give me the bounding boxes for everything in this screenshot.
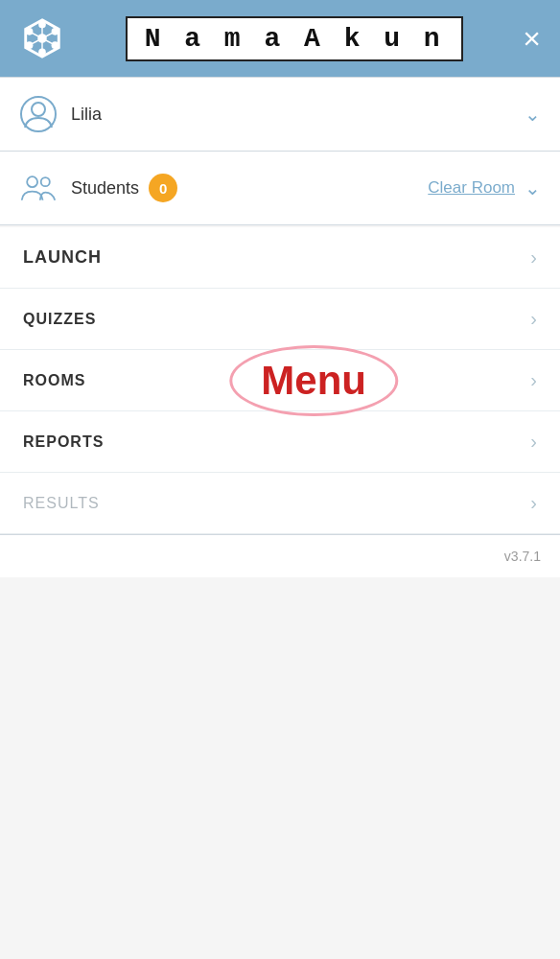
version-text: v3.7.1 — [504, 549, 541, 564]
svg-point-17 — [41, 177, 50, 186]
version-info: v3.7.1 — [0, 535, 560, 577]
students-group-icon — [19, 169, 58, 207]
students-label: Students — [71, 178, 139, 199]
menu-label-results: RESULTS — [23, 495, 100, 512]
chevron-right-icon: › — [530, 492, 537, 514]
menu-label-launch: LAUNCH — [23, 247, 102, 268]
chevron-down-icon: ⌄ — [525, 176, 541, 199]
app-header: N a m a A k u n × — [0, 0, 560, 77]
menu-item-launch[interactable]: LAUNCH › — [0, 227, 560, 289]
chevron-down-icon: ⌄ — [525, 103, 541, 126]
menu-section: LAUNCH › QUIZZES › ROOMS › REPORTS › RES… — [0, 227, 560, 534]
menu-item-rooms[interactable]: ROOMS › — [0, 350, 560, 411]
menu-item-results[interactable]: RESULTS › — [0, 473, 560, 534]
svg-point-16 — [27, 176, 37, 187]
user-avatar-icon — [19, 95, 58, 133]
svg-point-15 — [32, 103, 45, 116]
account-name: Lilia — [71, 105, 525, 125]
menu-item-reports[interactable]: REPORTS › — [0, 411, 560, 473]
students-divider — [0, 224, 560, 225]
close-button[interactable]: × — [523, 23, 541, 54]
chevron-right-icon: › — [530, 246, 537, 269]
menu-item-quizzes[interactable]: QUIZZES › — [0, 289, 560, 350]
students-count-badge: 0 — [149, 174, 177, 202]
app-title: N a m a A k u n — [126, 16, 463, 61]
chevron-right-icon: › — [530, 431, 537, 453]
menu-label-quizzes: QUIZZES — [23, 311, 96, 328]
hexagon-icon — [19, 15, 65, 61]
chevron-right-icon: › — [530, 308, 537, 330]
clear-room-button[interactable]: Clear Room — [177, 178, 515, 198]
account-row[interactable]: Lilia ⌄ — [0, 78, 560, 151]
menu-label-rooms: ROOMS — [23, 372, 85, 389]
chevron-right-icon: › — [530, 369, 537, 391]
students-row[interactable]: Students 0 Clear Room ⌄ — [0, 152, 560, 224]
menu-label-reports: REPORTS — [23, 433, 104, 451]
